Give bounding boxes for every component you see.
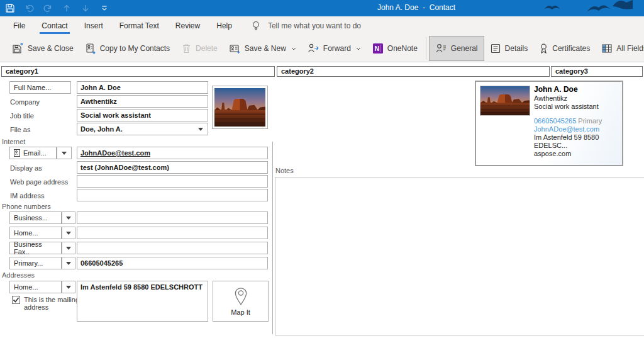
quick-access-toolbar (5, 0, 109, 16)
map-it-button[interactable]: Map It (213, 281, 269, 322)
customize-qat-icon[interactable] (99, 3, 109, 13)
home-address-button[interactable]: Home... (9, 281, 62, 293)
card-phone-kind: Primary (578, 117, 602, 125)
general-icon (435, 43, 447, 54)
map-pin-icon (233, 287, 248, 307)
delete-button[interactable]: Delete (175, 37, 223, 60)
dropdown-caret-icon (198, 128, 203, 131)
details-icon (490, 43, 501, 54)
phone-numbers-section-label: Phone numbers (2, 203, 51, 210)
all-fields-button[interactable]: All Fields (596, 37, 644, 60)
forward-icon (308, 43, 319, 54)
company-label: Company (10, 98, 40, 106)
card-address: Im Astenfeld 59 8580 EDELSC... (534, 133, 621, 150)
primary-phone-dropdown[interactable] (62, 257, 75, 269)
web-page-field[interactable] (77, 175, 268, 188)
copy-contacts-icon (85, 43, 96, 54)
check-icon (13, 296, 19, 303)
all-fields-icon (601, 43, 613, 54)
contact-photo-button[interactable] (212, 86, 268, 129)
business-phone-field[interactable] (77, 211, 268, 224)
ribbon: Save & Close Copy to My Contacts Delete … (0, 35, 644, 62)
save-icon[interactable] (5, 3, 15, 13)
general-button[interactable]: General (429, 36, 484, 61)
tab-file[interactable]: File (5, 16, 33, 35)
details-button[interactable]: Details (484, 37, 534, 60)
file-as-label: File as (10, 126, 30, 133)
card-job-title: Social work assistant (534, 103, 621, 111)
home-phone-button[interactable]: Home... (9, 227, 62, 239)
tab-review[interactable]: Review (167, 16, 208, 35)
category-badge-2[interactable]: category2 (277, 66, 550, 77)
contact-card-icon (14, 149, 20, 157)
home-address-dropdown[interactable] (62, 281, 75, 293)
business-fax-field[interactable] (77, 242, 268, 254)
save-close-button[interactable]: Save & Close (6, 37, 79, 60)
onenote-button[interactable]: N OneNote (367, 37, 423, 60)
address-textarea[interactable]: Im Astenfeld 59 8580 EDELSCHROTT (77, 281, 208, 322)
full-name-field[interactable]: John A. Doe (77, 81, 208, 94)
web-page-label: Web page address (10, 178, 68, 186)
tab-format-text[interactable]: Format Text (111, 16, 167, 35)
certificate-ribbon-icon (539, 43, 548, 54)
home-phone-field[interactable] (77, 227, 268, 239)
chevron-down-icon (356, 47, 361, 50)
business-card-text: John A. Doe Awthentikz Social work assis… (534, 86, 621, 158)
card-company: Awthentikz (534, 94, 621, 103)
im-address-field[interactable] (77, 189, 268, 201)
dropdown-caret-icon (66, 262, 71, 265)
tell-me-box[interactable]: Tell me what you want to do (252, 16, 361, 35)
business-phone-button[interactable]: Business... (9, 211, 62, 224)
business-fax-button[interactable]: Business Fax.. (9, 242, 62, 254)
tell-me-text: Tell me what you want to do (268, 21, 361, 30)
dropdown-caret-icon (66, 232, 71, 235)
display-as-label: Display as (10, 164, 42, 172)
notes-label: Notes (275, 167, 294, 174)
undo-icon[interactable] (24, 3, 34, 13)
card-website: aspose.com (534, 150, 621, 158)
primary-phone-button[interactable]: Primary... (9, 257, 62, 269)
category-badge-3[interactable]: category3 (551, 66, 643, 77)
tab-insert[interactable]: Insert (76, 16, 111, 35)
home-phone-dropdown[interactable] (62, 227, 75, 239)
mailing-address-checkbox[interactable] (12, 296, 20, 304)
addresses-section-label: Addresses (2, 271, 35, 279)
dropdown-caret-icon (66, 217, 71, 220)
copy-to-my-contacts-button[interactable]: Copy to My Contacts (79, 37, 175, 60)
business-card-preview: John A. Doe Awthentikz Social work assis… (475, 81, 623, 166)
business-card-photo (480, 86, 530, 116)
dropdown-caret-icon (66, 247, 71, 250)
business-phone-dropdown[interactable] (62, 211, 75, 224)
chevron-down-icon (291, 47, 296, 50)
file-as-dropdown[interactable]: Doe, John A. (77, 123, 208, 135)
email-button[interactable]: Email... (9, 147, 57, 159)
move-up-icon[interactable] (62, 3, 72, 13)
company-field[interactable]: Awthentikz (77, 95, 208, 108)
primary-phone-field[interactable]: 06605045265 (77, 257, 268, 269)
card-name: John A. Doe (534, 86, 621, 94)
business-fax-dropdown[interactable] (62, 242, 75, 254)
redo-icon[interactable] (43, 3, 53, 13)
email-dropdown-button[interactable] (57, 147, 72, 159)
job-title-field[interactable]: Social work assistant (77, 109, 208, 121)
email-field[interactable]: JohnADoe@test.com (77, 147, 268, 159)
notes-textarea[interactable] (275, 177, 644, 335)
forward-button[interactable]: Forward (302, 37, 367, 60)
certificates-button[interactable]: Certificates (533, 37, 596, 60)
svg-text:N: N (374, 45, 379, 52)
dropdown-caret-icon (66, 286, 71, 289)
card-email: JohnADoe@test.com (534, 125, 621, 133)
move-down-icon[interactable] (80, 3, 91, 13)
full-name-button[interactable]: Full Name... (9, 81, 71, 94)
display-as-field[interactable]: test (JohnADoe@test.com) (77, 161, 268, 174)
card-phone: 06605045265 (534, 117, 576, 125)
notes-divider (272, 142, 273, 334)
save-new-icon (229, 43, 241, 54)
save-and-new-button[interactable]: Save & New (223, 37, 302, 60)
category-badge-1[interactable]: category1 (1, 66, 275, 77)
outlook-contact-window: John A. Doe - Contact File Contact Inser… (0, 0, 644, 338)
tab-contact[interactable]: Contact (33, 16, 75, 35)
bird-decoration-icon (538, 0, 633, 16)
tab-help[interactable]: Help (208, 16, 240, 35)
ribbon-separator (426, 37, 426, 60)
